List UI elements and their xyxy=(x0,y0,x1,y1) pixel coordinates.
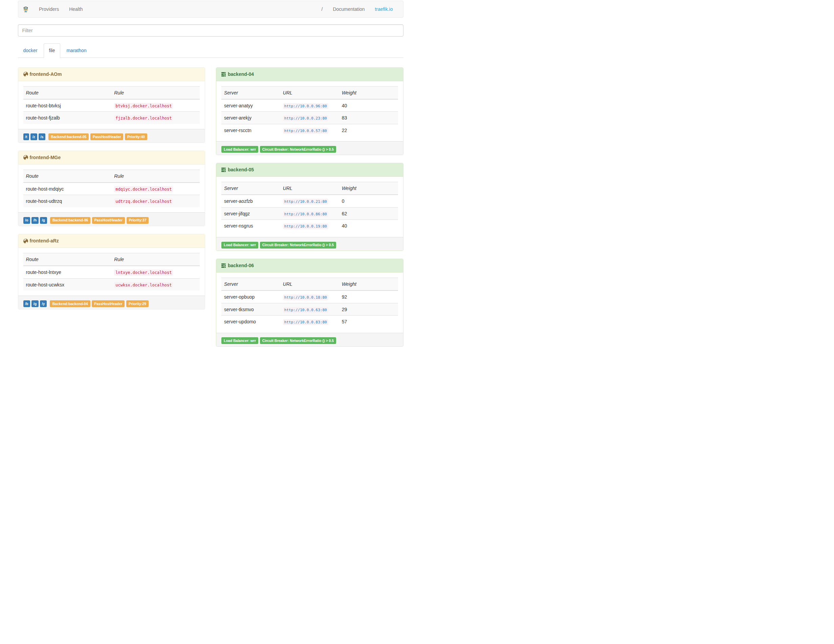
frontend-panel-body: RouteRuleroute-host-btvksjbtvksj.docker.… xyxy=(18,81,205,129)
url-chip: http://10.0.0.23:80 xyxy=(283,115,328,121)
server-name: server-tksmvo xyxy=(221,303,280,316)
server-name: server-rscctn xyxy=(221,124,280,136)
frontend-info-tag: PassHostHeader xyxy=(92,300,124,307)
url-chip: http://10.0.0.21:80 xyxy=(283,199,328,204)
rule-value: fjzalb.docker.localhost xyxy=(114,115,173,121)
nav-link-providers[interactable]: Providers xyxy=(34,1,64,17)
table-row: server-updomohttp://10.0.0.83:8057 xyxy=(221,316,398,328)
rule-value: udtrzq.docker.localhost xyxy=(114,198,173,204)
table-row: route-host-ucwksxucwksx.docker.localhost xyxy=(23,278,200,291)
backend-panel-body: ServerURLWeightserver-aozfzbhttp://10.0.… xyxy=(216,177,403,237)
backend-panel-heading: backend-06 xyxy=(216,259,403,273)
server-name: server-arekjy xyxy=(221,112,280,124)
url-link[interactable]: http://10.0.0.83:80 xyxy=(284,320,327,324)
table-row: server-jifqgzhttp://10.0.0.86:8062 xyxy=(221,207,398,220)
backend-panel-footer: Load Balancer: wrrCircuit Breaker: Netwo… xyxy=(216,237,403,251)
url-link[interactable]: http://10.0.0.63:80 xyxy=(284,308,327,312)
path-tag: /t xyxy=(23,133,29,140)
path-tag: /z xyxy=(31,133,37,140)
backend-panel-heading: backend-05 xyxy=(216,163,403,177)
path-tag: /h xyxy=(31,217,38,224)
frontend-panel: frontend-MGeRouteRuleroute-host-mdqiycmd… xyxy=(18,150,205,226)
server-name: server-aozfzb xyxy=(221,195,280,207)
backend-panel: backend-05ServerURLWeightserver-aozfzbht… xyxy=(216,163,404,251)
column-header: Route xyxy=(23,86,112,99)
frontend-info-tag: Priority:29 xyxy=(126,300,149,307)
column-header: Server xyxy=(221,86,280,99)
frontend-panel: frontend-aRzRouteRuleroute-host-lntxyeln… xyxy=(18,234,205,309)
frontend-panel-title: frontend-AOm xyxy=(30,71,62,78)
weight-value: 40 xyxy=(339,220,398,232)
route-name: route-host-udtrzq xyxy=(23,195,112,207)
url-link[interactable]: http://10.0.0.57:80 xyxy=(284,129,327,133)
frontend-panel-body: RouteRuleroute-host-lntxyelntxye.docker.… xyxy=(18,248,205,296)
column-header: Rule xyxy=(112,170,200,183)
table-row: server-opbuophttp://10.0.0.18:8092 xyxy=(221,291,398,303)
rule-value: mdqiyc.docker.localhost xyxy=(114,186,173,192)
servers-table: ServerURLWeightserver-aozfzbhttp://10.0.… xyxy=(221,182,398,232)
column-header: Route xyxy=(23,170,112,183)
rule-cell: lntxye.docker.localhost xyxy=(112,266,200,278)
column-header: Route xyxy=(23,253,112,266)
column-header: Weight xyxy=(339,86,398,99)
rule-cell: mdqiyc.docker.localhost xyxy=(112,183,200,195)
provider-tabs: dockerfilemarathon xyxy=(18,43,404,58)
url-link[interactable]: http://10.0.0.21:80 xyxy=(284,199,327,204)
backend-panel-body: ServerURLWeightserver-opbuophttp://10.0.… xyxy=(216,273,403,333)
url-cell: http://10.0.0.83:80 xyxy=(280,316,339,328)
url-chip: http://10.0.0.18:80 xyxy=(283,294,328,300)
navbar-brand[interactable] xyxy=(18,1,34,17)
frontend-panel: frontend-AOmRouteRuleroute-host-btvksjbt… xyxy=(18,67,205,143)
url-chip: http://10.0.0.96:80 xyxy=(283,103,328,109)
column-header: Weight xyxy=(339,182,398,195)
url-chip: http://10.0.0.63:80 xyxy=(283,307,328,313)
nav-link-health[interactable]: Health xyxy=(64,1,88,17)
url-link[interactable]: http://10.0.0.86:80 xyxy=(284,212,327,216)
frontend-info-tag: Backend:backend-05 xyxy=(48,133,89,140)
column-header: Weight xyxy=(339,278,398,291)
routes-table: RouteRuleroute-host-btvksjbtvksj.docker.… xyxy=(23,86,200,124)
url-link[interactable]: http://10.0.0.19:80 xyxy=(284,224,327,228)
url-cell: http://10.0.0.86:80 xyxy=(280,207,339,220)
path-tag: /o xyxy=(23,217,30,224)
tab-marathon[interactable]: marathon xyxy=(61,43,92,58)
page: Providers Health / Documentation traefik… xyxy=(18,1,404,354)
content-row: frontend-AOmRouteRuleroute-host-btvksjbt… xyxy=(18,67,404,354)
nav-link-root[interactable]: / xyxy=(317,1,328,17)
table-header-row: ServerURLWeight xyxy=(221,278,398,291)
backend-info-tag: Circuit Breaker: NetworkErrorRatio () > … xyxy=(260,337,336,344)
table-row: route-host-lntxyelntxye.docker.localhost xyxy=(23,266,200,278)
servers-table: ServerURLWeightserver-anatyyhttp://10.0.… xyxy=(221,86,398,136)
backend-panel-title: backend-05 xyxy=(228,167,254,173)
globe-icon xyxy=(23,72,28,76)
backend-panel-body: ServerURLWeightserver-anatyyhttp://10.0.… xyxy=(216,81,403,142)
table-header-row: RouteRule xyxy=(23,253,200,266)
url-link[interactable]: http://10.0.0.18:80 xyxy=(284,295,327,299)
backend-info-tag: Load Balancer: wrr xyxy=(221,242,258,249)
column-header: URL xyxy=(280,278,339,291)
navbar-right-links: / Documentation traefik.io xyxy=(317,1,398,17)
nav-link-traefik-io[interactable]: traefik.io xyxy=(370,1,398,17)
url-chip: http://10.0.0.83:80 xyxy=(283,319,328,325)
nav-link-documentation[interactable]: Documentation xyxy=(328,1,370,17)
backend-panel: backend-06ServerURLWeightserver-opbuopht… xyxy=(216,259,404,347)
table-row: server-arekjyhttp://10.0.0.23:8083 xyxy=(221,112,398,124)
tab-docker[interactable]: docker xyxy=(18,43,43,58)
weight-value: 83 xyxy=(339,112,398,124)
backend-panel-title: backend-04 xyxy=(228,71,254,78)
server-name: server-updomo xyxy=(221,316,280,328)
rule-cell: btvksj.docker.localhost xyxy=(112,99,200,112)
tab-file[interactable]: file xyxy=(44,43,61,58)
rule-value: lntxye.docker.localhost xyxy=(114,270,173,276)
rule-cell: ucwksx.docker.localhost xyxy=(112,278,200,291)
route-name: route-host-ucwksx xyxy=(23,278,112,291)
backends-column: backend-04ServerURLWeightserver-anatyyht… xyxy=(216,67,404,354)
server-name: server-jifqgz xyxy=(221,207,280,220)
url-link[interactable]: http://10.0.0.23:80 xyxy=(284,116,327,121)
url-link[interactable]: http://10.0.0.96:80 xyxy=(284,104,327,108)
filter-input[interactable] xyxy=(18,24,404,37)
frontend-panel-title: frontend-aRz xyxy=(30,238,59,244)
weight-value: 92 xyxy=(339,291,398,303)
server-name: server-opbuop xyxy=(221,291,280,303)
frontend-panel-title: frontend-MGe xyxy=(30,154,61,161)
